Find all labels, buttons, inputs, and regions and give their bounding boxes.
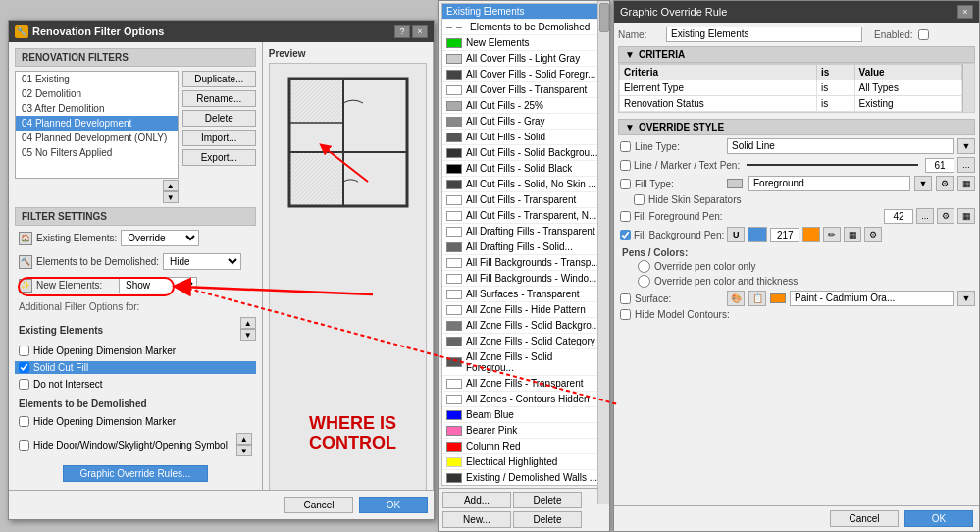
filter-item-02[interactable]: 02 Demolition xyxy=(16,86,178,101)
props-cancel-button[interactable]: Cancel xyxy=(830,510,899,527)
delete-override-button[interactable]: Delete xyxy=(513,492,582,508)
radio-pen-only[interactable]: Override pen color only xyxy=(638,260,975,273)
override-item-demolish[interactable]: Elements to be Demolished xyxy=(442,20,606,35)
override-item-zone-solid-cat[interactable]: All Zone Fills - Solid Category xyxy=(442,334,606,349)
fill-fg-pen-picker[interactable]: ... xyxy=(916,208,934,224)
surface-dropdown[interactable]: ▼ xyxy=(957,291,975,306)
override-item-zone-hide[interactable]: All Zone Fills - Hide Pattern xyxy=(442,302,606,318)
line-pen-number[interactable]: 61 xyxy=(925,158,954,173)
existing-scroll-down[interactable]: ▼ xyxy=(240,329,256,341)
radio-pen-only-input[interactable] xyxy=(638,260,650,273)
override-item-transparent1[interactable]: All Cover Fills - Transparent xyxy=(442,82,606,98)
overrides-scrollbar[interactable] xyxy=(597,1,609,504)
fill-fg-pen-checkbox[interactable] xyxy=(620,211,631,222)
fill-type-dropdown[interactable]: ▼ xyxy=(914,176,932,191)
solid-cut-fill-input[interactable] xyxy=(19,362,29,373)
existing-scroll-up[interactable]: ▲ xyxy=(240,317,256,329)
add-override-button[interactable]: Add... xyxy=(442,492,511,508)
duplicate-button[interactable]: Duplicate... xyxy=(182,71,256,87)
existing-elements-select[interactable]: Override Hide Show xyxy=(121,230,199,246)
override-item-fillbg-trans[interactable]: All Fill Backgrounds - Transp... xyxy=(442,255,606,271)
surface-icon2[interactable]: 📋 xyxy=(748,291,766,306)
fill-bg-color-btn[interactable] xyxy=(748,227,767,242)
style-collapse-icon[interactable]: ▼ xyxy=(625,122,635,133)
new-elements-select[interactable]: Show Hide Override xyxy=(119,277,197,293)
props-close-button[interactable]: × xyxy=(957,5,973,19)
delete-override-button-2[interactable]: Delete xyxy=(513,511,582,528)
radio-pen-thickness-input[interactable] xyxy=(638,275,650,288)
solid-cut-fill-checkbox[interactable]: Solid Cut Fill xyxy=(15,361,256,374)
override-item-column-red[interactable]: Column Red xyxy=(442,439,606,454)
do-not-intersect-input[interactable] xyxy=(19,379,29,390)
override-item-beam-blue[interactable]: Beam Blue xyxy=(442,407,606,423)
cancel-button[interactable]: Cancel xyxy=(284,497,353,513)
surface-checkbox[interactable] xyxy=(620,293,631,304)
hide-model-checkbox[interactable] xyxy=(620,309,631,320)
demolish-scroll-down[interactable]: ▼ xyxy=(236,445,252,456)
override-item-zone-solid-bg[interactable]: All Zone Fills - Solid Backgro... xyxy=(442,318,606,334)
do-not-intersect-checkbox[interactable]: Do not Intersect xyxy=(15,378,256,391)
new-override-button[interactable]: New... xyxy=(442,511,511,528)
hide-opening-checkbox[interactable]: Hide Opening Dimension Marker xyxy=(15,345,256,357)
close-button[interactable]: × xyxy=(412,25,428,38)
fill-bg-btn-orange[interactable] xyxy=(802,227,820,242)
name-value[interactable]: Existing Elements xyxy=(666,27,862,42)
line-type-dropdown[interactable]: ▼ xyxy=(957,138,975,154)
fill-type-checkbox[interactable] xyxy=(620,179,631,189)
line-type-checkbox[interactable] xyxy=(620,141,631,152)
enabled-checkbox[interactable] xyxy=(918,29,929,40)
criteria-collapse-icon[interactable]: ▼ xyxy=(625,49,635,60)
override-item-transn[interactable]: All Cut Fills - Transparent, N... xyxy=(442,208,606,224)
line-type-value[interactable]: Solid Line xyxy=(727,138,954,154)
surface-value[interactable]: Paint - Cadmium Ora... xyxy=(790,291,954,306)
props-ok-button[interactable]: OK xyxy=(904,510,973,527)
fill-type-btn2[interactable]: ▦ xyxy=(957,176,975,191)
override-item-trans2[interactable]: All Cut Fills - Transparent xyxy=(442,192,606,208)
override-item-surfaces[interactable]: All Surfaces - Transparent xyxy=(442,287,606,302)
override-item-bearer-pink[interactable]: Bearer Pink xyxy=(442,423,606,439)
line-pen-checkbox[interactable] xyxy=(620,160,631,171)
filter-item-04only[interactable]: 04 Planned Development (ONLY) xyxy=(16,131,178,145)
filter-item-05[interactable]: 05 No Filters Applied xyxy=(16,145,178,160)
fill-bg-btn3[interactable]: ⚙ xyxy=(864,227,882,242)
override-item-existing-walls[interactable]: Existing / Demolished Walls ... xyxy=(442,470,606,486)
fill-bg-pen-checkbox[interactable] xyxy=(620,230,631,240)
override-item-noskin[interactable]: All Cut Fills - Solid, No Skin ... xyxy=(442,177,606,192)
overrides-list[interactable]: Existing Elements Elements to be Demolis… xyxy=(441,3,607,486)
fill-type-value[interactable]: Foreground xyxy=(748,176,910,191)
criteria-scrollbar[interactable] xyxy=(962,64,974,112)
demolish-hide-opening-input[interactable] xyxy=(19,416,29,427)
delete-button[interactable]: Delete xyxy=(182,110,256,127)
import-button[interactable]: Import... xyxy=(182,130,256,146)
fill-fg-btn1[interactable]: ⚙ xyxy=(937,208,954,224)
override-item-new[interactable]: New Elements xyxy=(442,35,606,51)
help-button[interactable]: ? xyxy=(394,25,410,38)
demolish-select[interactable]: Hide Show Override xyxy=(163,253,241,270)
fill-fg-btn2[interactable]: ▦ xyxy=(957,208,975,224)
fill-bg-pen-number[interactable]: 217 xyxy=(770,228,799,242)
override-item-existing[interactable]: Existing Elements xyxy=(442,4,606,20)
override-item-fillbg-windo[interactable]: All Fill Backgrounds - Windo... xyxy=(442,271,606,287)
override-item-solidbg[interactable]: All Cut Fills - Solid Backgrou... xyxy=(442,145,606,161)
line-pen-picker[interactable]: ... xyxy=(957,157,975,173)
scroll-down-btn[interactable]: ▼ xyxy=(163,191,179,203)
export-button[interactable]: Export... xyxy=(182,149,256,166)
override-item-zones-contours[interactable]: All Zones - Contours Hidden xyxy=(442,392,606,407)
override-item-drafting-solid[interactable]: All Drafting Fills - Solid... xyxy=(442,239,606,255)
demolish-scroll-up[interactable]: ▲ xyxy=(236,433,252,445)
fill-bg-btn-edit[interactable]: ✏ xyxy=(823,227,841,242)
fill-fg-pen-number[interactable]: 42 xyxy=(884,209,913,224)
scrollbar-thumb[interactable] xyxy=(599,3,609,32)
override-item-drafting-trans[interactable]: All Drafting Fills - Transparent xyxy=(442,224,606,239)
scroll-up-btn[interactable]: ▲ xyxy=(163,180,179,191)
override-item-electrical[interactable]: Electrical Highlighted xyxy=(442,454,606,470)
override-item-solid[interactable]: All Cut Fills - Solid xyxy=(442,130,606,145)
filter-item-01[interactable]: 01 Existing xyxy=(16,72,178,86)
override-item-zone-solid-fore[interactable]: All Zone Fills - Solid Foregrou... xyxy=(442,349,606,376)
override-item-gray[interactable]: All Cut Fills - Gray xyxy=(442,114,606,130)
override-item-solidfore[interactable]: All Cover Fills - Solid Foregr... xyxy=(442,67,606,82)
fill-bg-underline[interactable]: U xyxy=(727,227,745,242)
fill-bg-btn2[interactable]: ▦ xyxy=(844,227,861,242)
fill-type-btn1[interactable]: ⚙ xyxy=(936,176,954,191)
override-item-solidblack[interactable]: All Cut Fills - Solid Black xyxy=(442,161,606,177)
